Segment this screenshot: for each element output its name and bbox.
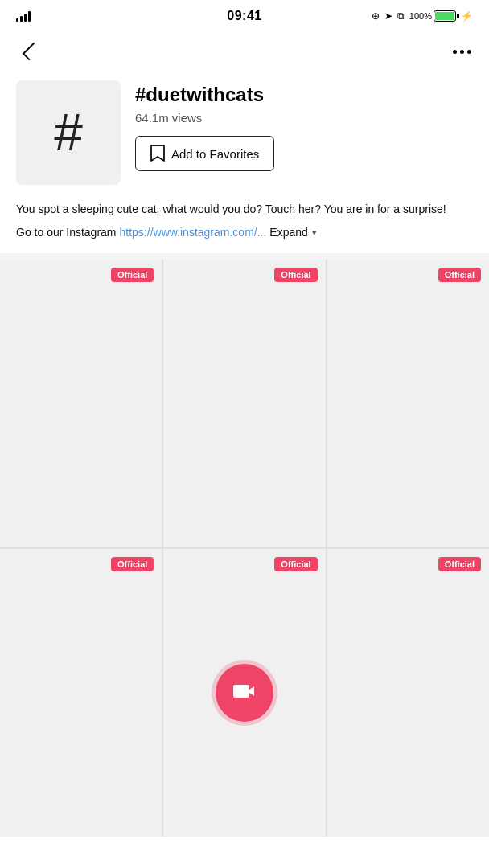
location-icon: ⊕ — [372, 10, 380, 22]
bookmark-icon — [150, 145, 165, 162]
video-cell-3[interactable]: Official — [327, 260, 489, 547]
more-dot-2 — [460, 50, 464, 54]
video-cell-2[interactable]: Official — [163, 260, 325, 547]
nav-bar — [0, 29, 489, 74]
record-button-container — [216, 664, 273, 722]
official-badge-5: Official — [274, 557, 317, 571]
official-badge-3: Official — [438, 268, 481, 282]
instagram-prefix: Go to our Instagram — [16, 226, 117, 239]
signal-bar-1 — [16, 18, 18, 22]
back-chevron-icon — [23, 43, 41, 61]
back-button[interactable] — [14, 37, 43, 66]
official-badge-4: Official — [111, 557, 154, 571]
record-video-button[interactable] — [216, 664, 273, 722]
description-section: You spot a sleeping cute cat, what would… — [0, 198, 489, 248]
hashtag-icon-box: # — [16, 80, 121, 185]
status-time: 09:41 — [227, 9, 261, 23]
signal-bar-2 — [20, 16, 23, 22]
more-options-button[interactable] — [450, 47, 475, 57]
video-grid: Official Official Official Official Offi… — [0, 260, 489, 837]
hashtag-header: # #duetwithcats 64.1m views Add to Favor… — [0, 74, 489, 198]
instagram-link-row: Go to our Instagram https://www.instagra… — [16, 226, 473, 239]
official-badge-2: Official — [274, 268, 317, 282]
instagram-link[interactable]: https://www.instagram.com/... — [120, 226, 267, 239]
hash-symbol: # — [54, 107, 83, 158]
signal-strength — [16, 10, 31, 22]
signal-bar-3 — [24, 14, 27, 22]
status-bar: 09:41 ⊕ ➤ ⧉ 100% ⚡ — [0, 0, 489, 29]
more-dot-3 — [467, 50, 471, 54]
status-right-icons: ⊕ ➤ ⧉ 100% ⚡ — [372, 10, 473, 22]
official-badge-1: Official — [111, 268, 154, 282]
hashtag-info: #duetwithcats 64.1m views Add to Favorit… — [135, 80, 473, 171]
signal-area — [16, 10, 31, 22]
more-dot-1 — [453, 50, 457, 54]
fav-button-label: Add to Favorites — [171, 147, 259, 161]
battery-fill — [435, 12, 454, 20]
expand-button[interactable]: Expand ▼ — [269, 226, 318, 239]
section-divider — [0, 253, 489, 260]
video-cell-5[interactable]: Official — [163, 549, 325, 837]
video-cell-4[interactable]: Official — [0, 549, 162, 837]
battery-icon — [434, 10, 456, 22]
hashtag-name: #duetwithcats — [135, 84, 473, 106]
expand-label: Expand — [269, 226, 307, 239]
charging-icon: ⚡ — [461, 10, 473, 22]
camera-icon — [232, 678, 257, 707]
view-count: 64.1m views — [135, 111, 473, 125]
navigation-icon: ➤ — [384, 10, 392, 22]
description-text: You spot a sleeping cute cat, what would… — [16, 201, 473, 218]
signal-bar-4 — [28, 11, 31, 22]
video-cell-6[interactable]: Official — [327, 549, 489, 837]
video-cell-1[interactable]: Official — [0, 260, 162, 547]
official-badge-6: Official — [438, 557, 481, 571]
battery-percent: 100% — [409, 11, 432, 21]
battery-area: 100% — [409, 10, 456, 22]
expand-arrow-icon: ▼ — [310, 228, 318, 237]
screen-mirror-icon: ⧉ — [397, 10, 405, 22]
add-to-favorites-button[interactable]: Add to Favorites — [135, 136, 274, 171]
